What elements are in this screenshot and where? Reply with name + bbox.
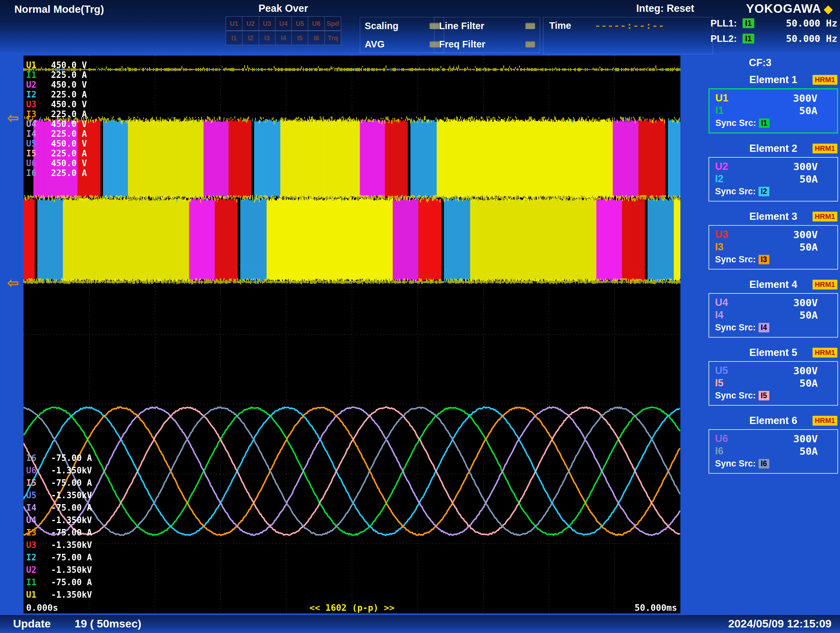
sync-src-row: Sync Src:I2 — [715, 185, 832, 197]
waveform-canvas — [24, 55, 681, 613]
element-box: U4300VI450ASync Src:I4 — [709, 293, 838, 338]
peak-over-current-row: I1I2I3I4I5I6Trq — [226, 31, 341, 45]
time-axis-row: 0.000s << 1602 (p-p) >> 50.000ms — [24, 601, 681, 613]
peak-over-cell-i4: I4 — [275, 31, 292, 45]
element-title-row: Element 6HRM1 — [709, 415, 838, 427]
element-5-panel[interactable]: Element 5HRM1U5300VI550ASync Src:I5 — [709, 347, 838, 406]
legend-line-i5: I5-75.00 A — [26, 478, 92, 490]
time-label: Time — [549, 20, 571, 31]
peak-over-cell-i3: I3 — [259, 31, 275, 45]
pll1-label: PLL1: — [711, 18, 742, 29]
element-channel-row: U6300V — [715, 433, 832, 445]
channel-label: U2 — [26, 80, 51, 90]
sync-src-badge: I5 — [759, 391, 769, 400]
channel-label: U6 — [26, 158, 51, 168]
channel-label: I2 — [715, 173, 742, 185]
element-1-panel[interactable]: Element 1HRM1U1300VI150ASync Src:I1 — [709, 74, 838, 133]
peak-over-voltage-row: U1U2U3U4U5U6Spd — [226, 16, 341, 31]
channel-label: I2 — [26, 90, 51, 99]
legend-line-i2: I2-75.00 A — [26, 552, 92, 565]
peak-over-cell-u5: U5 — [291, 16, 308, 31]
channel-range-value: 50A — [742, 445, 832, 457]
channel-label: I5 — [26, 478, 51, 488]
brand-text: YOKOGAWA — [746, 2, 821, 16]
channel-value: 450.0 V — [51, 139, 87, 148]
mode-label: Normal Mode(Trg) — [14, 3, 104, 15]
channel-value: -75.00 A — [51, 503, 92, 513]
channel-label: U4 — [26, 119, 51, 129]
channel-value: -75.00 A — [51, 453, 92, 463]
peak-over-cell-u3: U3 — [259, 16, 275, 31]
channel-value: 450.0 V — [51, 60, 87, 70]
pll1-source-badge: I1 — [742, 18, 754, 28]
legend-line-u2: U2450.0 V — [26, 80, 87, 90]
legend-line-i3: I3225.0 A — [26, 109, 87, 119]
peak-over-cell-u1: U1 — [226, 16, 242, 31]
channel-label: U5 — [26, 139, 51, 148]
pll1-frequency: 50.000 Hz — [758, 18, 837, 29]
peak-over-grid: U1U2U3U4U5U6Spd I1I2I3I4I5I6Trq — [226, 16, 341, 45]
freq-filter-indicator — [525, 41, 535, 47]
legend-line-i3: I3-75.00 A — [26, 528, 92, 540]
channel-value: -1.350kV — [51, 490, 92, 500]
channel-label: I6 — [715, 445, 742, 457]
legend-line-u4: U4450.0 V — [26, 119, 87, 129]
channel-label: I6 — [26, 453, 51, 463]
pll2-readout: PLL2: I1 50.000 Hz — [711, 33, 837, 44]
hrm1-badge: HRM1 — [813, 144, 837, 153]
datetime-label: 2024/05/09 12:15:09 — [728, 617, 832, 630]
filter-panel: Line Filter Freq Filter — [434, 17, 540, 53]
time-panel: Time -----:--:-- — [543, 17, 713, 54]
channel-range-value: 300V — [743, 92, 831, 104]
legend-line-u6: U6450.0 V — [26, 158, 87, 168]
element-channel-row: I250A — [715, 173, 832, 185]
channel-label: U4 — [715, 297, 742, 308]
legend-line-i4: I4225.0 A — [26, 129, 87, 139]
element-title-row: Element 5HRM1 — [709, 347, 838, 359]
channel-range-value: 300V — [742, 433, 832, 445]
element-4-panel[interactable]: Element 4HRM1U4300VI450ASync Src:I4 — [709, 279, 838, 338]
channel-label: U1 — [26, 590, 51, 600]
channel-value: -75.00 A — [51, 528, 92, 537]
channel-label: U5 — [26, 490, 51, 500]
peak-over-cell-trq: Trq — [324, 31, 341, 45]
element-title: Element 6 — [749, 415, 797, 426]
sync-src-badge: I4 — [759, 323, 769, 332]
sync-src-badge: I2 — [759, 187, 769, 196]
element-6-panel[interactable]: Element 6HRM1U6300VI650ASync Src:I6 — [709, 415, 838, 474]
element-title-row: Element 3HRM1 — [709, 211, 838, 223]
sync-src-label: Sync Src: — [715, 391, 756, 401]
channel-range-value: 300V — [742, 297, 832, 308]
element-channel-row: U1300V — [715, 92, 831, 104]
element-channel-row: U2300V — [715, 160, 832, 173]
line-filter-row: Line Filter — [439, 19, 535, 32]
channel-range-value: 50A — [743, 105, 831, 117]
sync-src-row: Sync Src:I6 — [715, 457, 832, 470]
channel-label: U6 — [715, 433, 742, 445]
line-filter-label: Line Filter — [439, 21, 485, 32]
legend-line-i5: I5225.0 A — [26, 148, 87, 158]
element-3-panel[interactable]: Element 3HRM1U3300VI350ASync Src:I3 — [709, 211, 838, 270]
channel-label: U5 — [715, 365, 742, 377]
sync-src-label: Sync Src: — [715, 459, 756, 469]
channel-label: I5 — [715, 377, 742, 389]
avg-label: AVG — [365, 39, 385, 50]
legend-line-u5: U5450.0 V — [26, 139, 87, 148]
channel-label: I4 — [715, 309, 742, 321]
legend-line-i1: I1-75.00 A — [26, 578, 92, 590]
hrm1-badge: HRM1 — [813, 280, 837, 289]
element-box: U5300VI550ASync Src:I5 — [709, 361, 838, 406]
element-channel-row: U5300V — [715, 365, 832, 377]
channel-value: -75.00 A — [51, 578, 92, 587]
element-channel-row: U4300V — [715, 297, 832, 309]
legend-line-i6: I6225.0 A — [26, 168, 87, 178]
time-start-label: 0.000s — [26, 603, 58, 613]
channel-value: -1.350kV — [51, 515, 92, 525]
element-2-panel[interactable]: Element 2HRM1U2300VI250ASync Src:I2 — [709, 143, 838, 202]
pll2-frequency: 50.000 Hz — [758, 33, 837, 44]
scaling-row: Scaling — [365, 19, 439, 32]
channel-label: I1 — [26, 70, 51, 80]
sync-src-label: Sync Src: — [715, 322, 756, 333]
sync-src-label: Sync Src: — [715, 186, 756, 197]
channel-label: I4 — [26, 503, 51, 513]
